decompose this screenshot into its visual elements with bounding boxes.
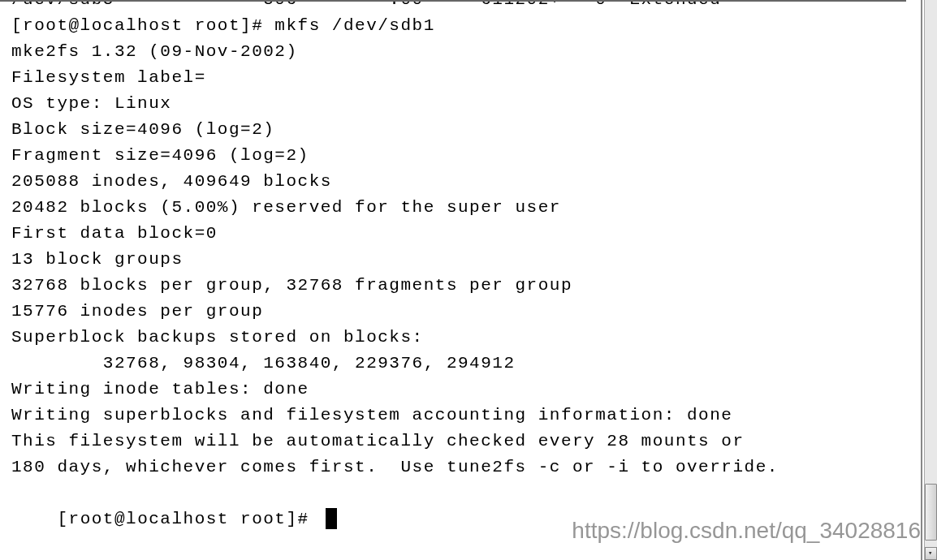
terminal-line: Superblock backups stored on blocks: [11,325,921,351]
terminal-line: [root@localhost root]# mkfs /dev/sdb1 [11,13,921,39]
terminal-line: Writing superblocks and filesystem accou… [11,403,921,429]
cursor-icon [326,508,337,529]
terminal-line: 15776 inodes per group [11,299,921,325]
terminal-line: Block size=4096 (log=2) [11,117,921,143]
terminal-window[interactable]: /dev/sdb5 506 .00 611202+ 0 Extended [ro… [0,0,922,560]
terminal-line: OS type: Linux [11,91,921,117]
terminal-line: 180 days, whichever comes first. Use tun… [11,454,921,480]
terminal-line: 20482 blocks (5.00%) reserved for the su… [11,195,921,221]
terminal-line: 32768 blocks per group, 32768 fragments … [11,273,921,299]
terminal-line: 32768, 98304, 163840, 229376, 294912 [11,351,921,377]
terminal-line: 13 block groups [11,247,921,273]
terminal-line-partial: /dev/sdb5 506 .00 611202+ 0 Extended [11,0,921,13]
terminal-line: Fragment size=4096 (log=2) [11,143,921,169]
terminal-prompt: [root@localhost root]# [57,510,320,528]
terminal-line: mke2fs 1.32 (09-Nov-2002) [11,39,921,65]
scrollbar-down-arrow-icon[interactable]: ▾ [925,547,937,560]
terminal-line: Writing inode tables: done [11,377,921,403]
watermark-text: https://blog.csdn.net/qq_34028816 [572,518,921,544]
terminal-line: 205088 inodes, 409649 blocks [11,169,921,195]
terminal-line: First data block=0 [11,221,921,247]
scrollbar-track[interactable]: ▾ [924,0,937,560]
scrollbar-thumb[interactable] [925,484,937,541]
window-border [0,0,906,2]
terminal-line: Filesystem label= [11,65,921,91]
terminal-line: This filesystem will be automatically ch… [11,429,921,454]
